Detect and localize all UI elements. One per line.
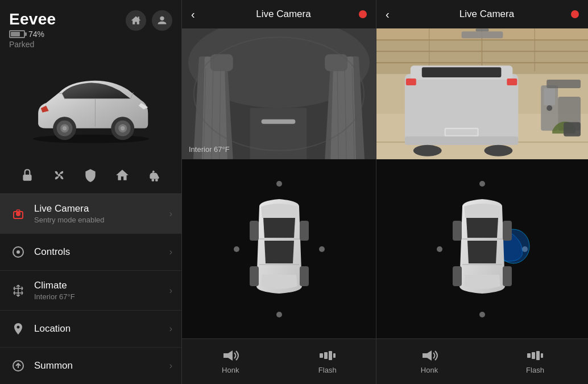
seat-heat-btn[interactable] xyxy=(142,163,167,188)
svg-rect-44 xyxy=(333,353,336,358)
vehicle-status: Parked xyxy=(9,40,56,49)
svg-rect-40 xyxy=(300,266,309,286)
right-honk-btn[interactable]: Honk xyxy=(420,349,438,374)
svg-rect-71 xyxy=(544,88,555,105)
middle-panel: ‹ Live Camera xyxy=(181,0,376,384)
svg-rect-42 xyxy=(324,352,328,359)
lock-btn[interactable] xyxy=(15,163,40,188)
middle-back-btn[interactable]: ‹ xyxy=(191,8,208,21)
right-honk-label: Honk xyxy=(421,366,438,374)
summon-text: Summon xyxy=(34,360,169,371)
location-text: Location xyxy=(34,323,169,335)
svg-rect-55 xyxy=(476,28,489,31)
middle-topdown-view xyxy=(182,159,376,338)
right-camera-feed xyxy=(376,28,588,159)
svg-point-13 xyxy=(16,212,20,216)
right-flash-btn[interactable]: Flash xyxy=(526,349,544,374)
svg-rect-84 xyxy=(503,266,512,286)
nav-item-location[interactable]: Location › xyxy=(0,311,181,348)
chevron-right-icon: › xyxy=(169,324,172,334)
svg-rect-43 xyxy=(329,351,332,360)
svg-rect-39 xyxy=(250,266,259,286)
svg-rect-11 xyxy=(23,175,31,181)
camera-icon xyxy=(9,205,27,223)
svg-point-31 xyxy=(276,181,282,187)
svg-point-16 xyxy=(16,250,20,254)
svg-rect-64 xyxy=(446,129,478,135)
sentry-btn[interactable] xyxy=(78,163,103,188)
climate-text: Climate Interior 67°F xyxy=(34,280,169,301)
middle-flash-btn[interactable]: Flash xyxy=(318,349,337,374)
svg-rect-87 xyxy=(536,351,540,360)
chevron-right-icon: › xyxy=(169,209,172,219)
svg-point-74 xyxy=(479,181,485,187)
svg-rect-88 xyxy=(541,353,543,358)
svg-rect-70 xyxy=(546,80,581,88)
right-flash-label: Flash xyxy=(526,366,544,374)
nav-item-live-camera[interactable]: Live Camera Sentry mode enabled › xyxy=(0,194,181,234)
nav-item-summon[interactable]: Summon › xyxy=(0,348,181,384)
exterior-camera-svg xyxy=(376,28,588,159)
middle-honk-btn[interactable]: Honk xyxy=(221,349,239,374)
location-title: Location xyxy=(34,323,169,335)
nav-item-climate[interactable]: Climate Interior 67°F › xyxy=(0,271,181,311)
middle-camera-title: Live Camera xyxy=(256,9,310,20)
svg-point-66 xyxy=(413,145,442,156)
car-image-container xyxy=(0,55,181,157)
controls-title: Controls xyxy=(34,246,169,258)
vehicle-info: Eevee 74% Parked xyxy=(9,10,56,49)
avatar-btn[interactable] xyxy=(152,10,172,31)
right-record-indicator xyxy=(571,10,579,18)
svg-point-33 xyxy=(234,246,239,252)
camera-label: Interior 67°F xyxy=(189,145,230,154)
garage-icon-btn[interactable] xyxy=(126,10,146,31)
right-topdown-car xyxy=(425,175,539,323)
svg-point-34 xyxy=(319,246,325,252)
fan-btn[interactable] xyxy=(47,163,72,188)
svg-point-9 xyxy=(121,126,125,130)
svg-rect-21 xyxy=(210,54,233,71)
svg-rect-20 xyxy=(250,108,307,159)
svg-rect-61 xyxy=(406,79,416,85)
svg-rect-83 xyxy=(453,266,462,286)
svg-point-75 xyxy=(479,312,485,317)
location-icon xyxy=(9,320,27,338)
climate-icon xyxy=(9,282,27,300)
svg-rect-38 xyxy=(300,221,309,241)
right-bottom-controls: Honk Flash xyxy=(376,338,588,384)
middle-honk-label: Honk xyxy=(222,366,239,374)
svg-rect-81 xyxy=(453,221,462,241)
climate-title: Climate xyxy=(34,280,169,291)
svg-point-12 xyxy=(58,174,60,176)
controls-text: Controls xyxy=(34,246,169,258)
home-btn[interactable] xyxy=(110,163,135,188)
climate-subtitle: Interior 67°F xyxy=(34,292,169,301)
quick-actions xyxy=(0,157,181,194)
middle-record-indicator xyxy=(359,10,367,18)
vehicle-header: Eevee 74% Parked xyxy=(0,0,181,55)
battery-percent: 74% xyxy=(28,30,44,39)
svg-rect-37 xyxy=(250,221,259,241)
middle-bottom-controls: Honk Flash xyxy=(182,338,376,384)
car-image xyxy=(17,60,165,146)
middle-camera-feed: Interior 67°F xyxy=(182,28,376,159)
chevron-right-icon: › xyxy=(169,286,172,296)
svg-rect-54 xyxy=(462,31,503,38)
svg-rect-41 xyxy=(320,353,323,358)
svg-point-32 xyxy=(276,312,282,317)
vehicle-name: Eevee xyxy=(9,10,56,28)
svg-rect-85 xyxy=(527,353,531,358)
svg-rect-22 xyxy=(325,54,347,71)
svg-rect-60 xyxy=(422,67,502,77)
nav-item-controls[interactable]: Controls › xyxy=(0,234,181,271)
right-back-btn[interactable]: ‹ xyxy=(386,8,403,21)
svg-point-5 xyxy=(62,126,66,130)
svg-point-76 xyxy=(437,246,442,252)
summon-title: Summon xyxy=(34,360,169,371)
svg-rect-65 xyxy=(405,137,518,145)
battery-fill xyxy=(11,32,20,36)
right-camera-header: ‹ Live Camera xyxy=(376,0,588,28)
svg-rect-86 xyxy=(532,352,535,359)
svg-rect-73 xyxy=(564,122,581,137)
svg-rect-82 xyxy=(503,221,512,241)
